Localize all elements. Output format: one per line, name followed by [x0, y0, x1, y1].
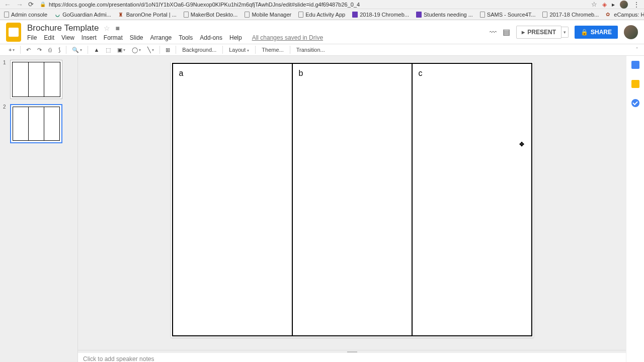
bookmark-item[interactable]: ◡GoGuardian Admi...: [54, 12, 111, 18]
docs-header: Brochure Template ☆ ■ FileEditViewInsert…: [0, 20, 644, 44]
theme-button[interactable]: Theme...: [259, 45, 286, 54]
bookmark-item[interactable]: 2018-19 Chromeb...: [352, 12, 409, 18]
new-slide-button[interactable]: + ▾: [6, 45, 17, 54]
menu-add-ons[interactable]: Add-ons: [200, 34, 222, 41]
brochure-column-b[interactable]: b: [293, 64, 413, 335]
toolbar: + ▾ ↶ ↷ ⎙ ⟆ 🔍 ▾ ▲ ⬚ ▣ ▾ ◯ ▾ ╲ ▾ ⊞ Backgr…: [0, 44, 644, 56]
thumbnail-preview[interactable]: [10, 60, 62, 99]
bookmark-label: Mobile Manager: [252, 12, 291, 18]
bookmark-label: 2018-19 Chromeb...: [360, 12, 409, 18]
bookmark-item[interactable]: MakerBot Deskto...: [184, 12, 238, 18]
bookmark-label: 2017-18 Chromeb...: [549, 12, 599, 18]
bookmark-label: eCampus: Home: [614, 12, 644, 18]
bookmark-label: MakerBot Deskto...: [191, 12, 238, 18]
present-label: PRESENT: [527, 29, 556, 36]
address-bar[interactable]: 🔒 https://docs.google.com/presentation/d…: [40, 2, 585, 8]
page-icon: [245, 12, 250, 18]
page-icon: [4, 12, 9, 18]
comment-tool[interactable]: ⊞: [163, 45, 173, 55]
shape-tool[interactable]: ◯ ▾: [129, 45, 143, 55]
reload-icon[interactable]: ⟳: [28, 1, 34, 8]
bookmark-item[interactable]: ✿eCampus: Home: [606, 12, 644, 18]
keep-icon[interactable]: [631, 80, 639, 88]
brochure-column-a[interactable]: a: [173, 64, 293, 335]
share-button[interactable]: 🔒 SHARE: [575, 26, 618, 39]
menu-view[interactable]: View: [61, 34, 74, 41]
paint-format-button[interactable]: ⟆: [56, 45, 63, 55]
menu-help[interactable]: Help: [229, 34, 242, 41]
back-icon[interactable]: ←: [4, 1, 11, 9]
explore-icon[interactable]: 〰: [490, 28, 497, 36]
menu-slide[interactable]: Slide: [130, 34, 143, 41]
zoom-button[interactable]: 🔍 ▾: [69, 45, 85, 55]
move-cursor-icon: ✥: [519, 141, 524, 148]
menu-format[interactable]: Format: [104, 34, 123, 41]
baron-icon: ♜: [118, 12, 124, 18]
ecampus-icon: ✿: [606, 12, 612, 18]
thumbnail-preview[interactable]: [10, 104, 62, 143]
bookmark-item[interactable]: Students needing ...: [416, 12, 473, 18]
url-text: https://docs.google.com/presentation/d/1…: [49, 2, 360, 8]
page-icon: [184, 12, 189, 18]
goguardian-icon: ◡: [54, 12, 60, 18]
bookmark-item[interactable]: SAMS - Source4T...: [480, 12, 536, 18]
slide-thumbnail[interactable]: 2: [3, 104, 74, 143]
slide-thumbnail-panel: 12: [0, 56, 78, 362]
bookmark-item[interactable]: Mobile Manager: [245, 12, 291, 18]
present-play-icon: ▸: [522, 29, 525, 36]
comments-icon[interactable]: ▤: [503, 27, 510, 37]
menu-file[interactable]: File: [27, 34, 37, 41]
share-lock-icon: 🔒: [581, 29, 588, 36]
thumbnail-number: 2: [3, 104, 8, 143]
layout-button[interactable]: Layout ▾: [226, 45, 252, 54]
brochure-column-c[interactable]: c: [413, 64, 531, 335]
textbox-tool[interactable]: ⬚: [103, 45, 113, 55]
bookmark-item[interactable]: 2017-18 Chromeb...: [542, 12, 599, 18]
profile-avatar-icon[interactable]: [620, 1, 628, 9]
star-icon[interactable]: ☆: [104, 24, 110, 32]
bookmark-label: BaronOne Portal | ...: [126, 12, 177, 18]
account-avatar-icon[interactable]: [624, 25, 638, 39]
page-icon: [298, 12, 303, 18]
side-panel-rail: [626, 56, 644, 362]
bookmark-label: SAMS - Source4T...: [487, 12, 536, 18]
lock-icon: 🔒: [40, 2, 46, 7]
menu-insert[interactable]: Insert: [82, 34, 97, 41]
bookmark-item[interactable]: Edu Activity App: [298, 12, 345, 18]
present-button[interactable]: ▸ PRESENT: [516, 26, 561, 39]
background-button[interactable]: Background...: [179, 45, 219, 54]
slide-canvas[interactable]: a b c ✥: [171, 62, 533, 337]
bookmark-star-icon[interactable]: ☆: [591, 1, 597, 8]
slide-thumbnail[interactable]: 1: [3, 60, 74, 99]
browser-menu-icon[interactable]: ⋮: [633, 1, 640, 9]
print-button[interactable]: ⎙: [46, 45, 54, 54]
save-status[interactable]: All changes saved in Drive: [252, 34, 323, 41]
bookmark-item[interactable]: Admin console: [4, 12, 47, 18]
speaker-notes[interactable]: Click to add speaker notes: [78, 353, 626, 362]
cast-icon[interactable]: ◈: [602, 1, 607, 8]
present-dropdown[interactable]: ▾: [561, 27, 569, 38]
slides-logo-icon[interactable]: [6, 23, 21, 42]
redo-button[interactable]: ↷: [35, 45, 44, 55]
page-icon: [480, 12, 485, 18]
undo-button[interactable]: ↶: [24, 45, 33, 55]
extension-icon[interactable]: ▸: [612, 1, 615, 8]
bookmarks-bar: Admin console◡GoGuardian Admi...♜BaronOn…: [0, 9, 644, 20]
tasks-icon[interactable]: [631, 99, 639, 107]
collapse-toolbar-icon[interactable]: ˆ: [636, 47, 638, 53]
line-tool[interactable]: ╲ ▾: [145, 45, 156, 55]
thumbnail-number: 1: [3, 60, 8, 99]
menu-edit[interactable]: Edit: [44, 34, 54, 41]
transition-button[interactable]: Transition...: [293, 45, 328, 54]
menu-tools[interactable]: Tools: [179, 34, 193, 41]
menu-arrange[interactable]: Arrange: [150, 34, 172, 41]
select-tool[interactable]: ▲: [91, 45, 102, 54]
document-title[interactable]: Brochure Template: [27, 23, 99, 33]
bookmark-label: Edu Activity App: [305, 12, 345, 18]
calendar-icon[interactable]: [631, 61, 639, 69]
image-tool[interactable]: ▣ ▾: [115, 45, 128, 55]
bookmark-item[interactable]: ♜BaronOne Portal | ...: [118, 12, 177, 18]
forward-icon: →: [16, 1, 23, 9]
brochure-trifold[interactable]: a b c: [172, 63, 532, 336]
move-folder-icon[interactable]: ■: [115, 24, 119, 32]
